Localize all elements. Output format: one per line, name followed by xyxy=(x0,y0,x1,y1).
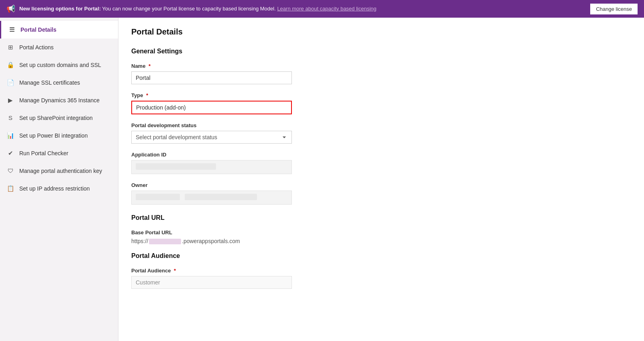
sidebar-item-dynamics-instance[interactable]: ▶Manage Dynamics 365 Instance xyxy=(0,91,118,109)
type-required-star: * xyxy=(146,92,148,98)
page-title: Portal Details xyxy=(131,27,631,37)
banner-text-body: You can now change your Portal license t… xyxy=(102,6,277,12)
application-id-group: Application ID xyxy=(131,152,631,174)
notification-banner: 📢 New licensing options for Portal: You … xyxy=(0,0,644,18)
name-label: Name * xyxy=(131,63,631,69)
portal-dev-status-group: Portal development status Select portal … xyxy=(131,122,631,144)
sidebar-item-ip-restriction[interactable]: 📋Set up IP address restriction xyxy=(0,180,118,197)
general-settings-title: General Settings xyxy=(131,48,631,55)
power-bi-icon: 📊 xyxy=(6,132,14,140)
sidebar-item-label-portal-actions: Portal Actions xyxy=(19,44,54,51)
name-field-group: Name * xyxy=(131,63,631,84)
auth-key-icon: 🛡 xyxy=(6,167,14,175)
sidebar-item-portal-checker[interactable]: ✔Run Portal Checker xyxy=(0,144,118,162)
megaphone-icon: 📢 xyxy=(6,4,15,13)
sidebar-item-label-portal-checker: Run Portal Checker xyxy=(19,150,68,157)
banner-text-prefix: New licensing options for Portal: xyxy=(19,6,101,12)
portal-url-section: Portal URL Base Portal URL https://.powe… xyxy=(131,214,631,244)
sidebar-item-label-ssl-certs: Manage SSL certificates xyxy=(19,79,80,86)
sidebar-item-ssl-certs[interactable]: 📄Manage SSL certificates xyxy=(0,74,118,91)
portal-audience-group: Portal Audience * Customer xyxy=(131,268,631,289)
banner-learn-more-link[interactable]: Learn more about capacity based licensin… xyxy=(277,6,376,12)
portal-url-title: Portal URL xyxy=(131,214,631,221)
url-redacted xyxy=(149,239,181,244)
owner-label: Owner xyxy=(131,182,631,188)
sidebar: ☰Portal Details⊞Portal Actions🔒Set up cu… xyxy=(0,18,118,341)
portal-dev-status-label: Portal development status xyxy=(131,122,631,128)
sidebar-item-label-ip-restriction: Set up IP address restriction xyxy=(19,185,90,192)
sidebar-item-portal-details[interactable]: ☰Portal Details xyxy=(0,21,118,39)
portal-audience-title: Portal Audience xyxy=(131,252,631,260)
sidebar-item-power-bi[interactable]: 📊Set up Power BI integration xyxy=(0,127,118,144)
portal-dev-status-select[interactable]: Select portal development status Develop… xyxy=(131,131,292,144)
type-field-group: Type * xyxy=(131,92,631,114)
sidebar-item-label-auth-key: Manage portal authentication key xyxy=(19,167,102,175)
sidebar-item-label-dynamics-instance: Manage Dynamics 365 Instance xyxy=(19,97,100,104)
general-settings-section: General Settings Name * Type * Portal d xyxy=(131,48,631,205)
portal-audience-section: Portal Audience Portal Audience * Custom… xyxy=(131,252,631,289)
type-input[interactable] xyxy=(131,101,292,114)
sidebar-item-label-sharepoint: Set up SharePoint integration xyxy=(19,114,93,122)
custom-domains-icon: 🔒 xyxy=(6,61,14,69)
ssl-certs-icon: 📄 xyxy=(6,79,14,87)
application-id-skeleton xyxy=(136,163,216,170)
application-id-label: Application ID xyxy=(131,152,631,158)
owner-group: Owner xyxy=(131,182,631,205)
url-suffix: .powerappsportals.com xyxy=(182,238,240,244)
sidebar-item-custom-domains[interactable]: 🔒Set up custom domains and SSL xyxy=(0,56,118,74)
portal-audience-value: Customer xyxy=(136,279,160,286)
base-portal-url-label: Base Portal URL xyxy=(131,229,631,235)
sidebar-item-portal-actions[interactable]: ⊞Portal Actions xyxy=(0,39,118,56)
portal-actions-icon: ⊞ xyxy=(6,43,14,51)
ip-restriction-icon: 📋 xyxy=(6,185,14,193)
owner-field xyxy=(131,191,292,205)
sidebar-item-label-custom-domains: Set up custom domains and SSL xyxy=(19,61,101,69)
change-license-button[interactable]: Change license xyxy=(590,4,638,14)
base-portal-url-value: https://.powerappsportals.com xyxy=(131,238,631,244)
portal-checker-icon: ✔ xyxy=(6,149,14,157)
base-portal-url-group: Base Portal URL https://.powerappsportal… xyxy=(131,229,631,244)
main-content: Portal Details General Settings Name * T… xyxy=(118,18,644,341)
portal-details-icon: ☰ xyxy=(8,26,16,34)
sidebar-item-sharepoint[interactable]: SSet up SharePoint integration xyxy=(0,109,118,127)
type-label: Type * xyxy=(131,92,631,98)
sharepoint-icon: S xyxy=(6,114,14,122)
owner-skeleton-1 xyxy=(136,194,180,200)
portal-audience-label: Portal Audience * xyxy=(131,268,631,274)
audience-required-star: * xyxy=(174,268,176,274)
url-prefix: https:// xyxy=(131,238,148,244)
application-id-field xyxy=(131,160,292,174)
owner-skeleton-2 xyxy=(185,194,257,200)
name-input[interactable] xyxy=(131,71,292,84)
sidebar-item-label-power-bi: Set up Power BI integration xyxy=(19,132,88,139)
dynamics-instance-icon: ▶ xyxy=(6,96,14,104)
portal-audience-field: Customer xyxy=(131,276,292,289)
sidebar-item-label-portal-details: Portal Details xyxy=(20,26,56,33)
sidebar-item-auth-key[interactable]: 🛡Manage portal authentication key xyxy=(0,162,118,180)
name-required-star: * xyxy=(149,63,151,69)
